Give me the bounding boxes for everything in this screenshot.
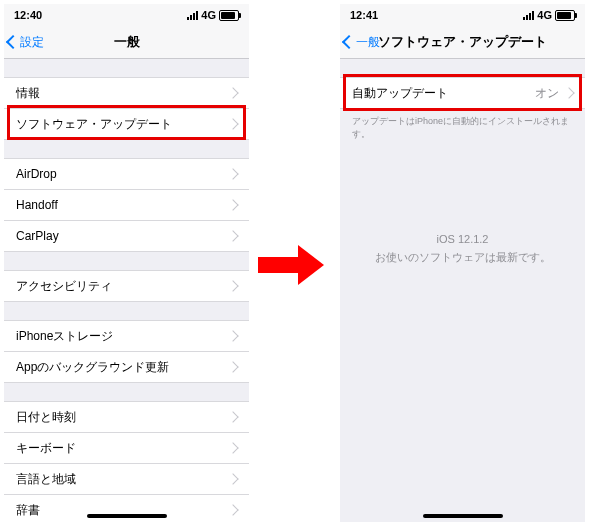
chevron-right-icon	[227, 473, 238, 484]
chevron-right-icon	[227, 87, 238, 98]
row-label: Handoff	[16, 198, 229, 212]
row-label: Appのバックグラウンド更新	[16, 359, 229, 376]
nav-bar: 設定 一般	[4, 26, 249, 59]
chevron-right-icon	[227, 118, 238, 129]
page-title: 一般	[114, 33, 140, 51]
group-about: 情報 ソフトウェア・アップデート	[4, 77, 249, 140]
back-button[interactable]: 一般	[344, 26, 380, 58]
signal-icon	[523, 11, 534, 20]
group-connectivity: AirDrop Handoff CarPlay	[4, 158, 249, 252]
row-label: CarPlay	[16, 229, 229, 243]
chevron-right-icon	[563, 87, 574, 98]
row-auto-update[interactable]: 自動アップデート オン	[340, 77, 585, 109]
battery-icon	[555, 10, 575, 21]
group-auto-update: 自動アップデート オン	[340, 77, 585, 109]
chevron-left-icon	[342, 35, 356, 49]
status-right: 4G	[187, 9, 239, 21]
status-bar: 12:41 4G	[340, 4, 585, 26]
chevron-right-icon	[227, 199, 238, 210]
row-handoff[interactable]: Handoff	[4, 189, 249, 220]
group-storage: iPhoneストレージ Appのバックグラウンド更新	[4, 320, 249, 383]
status-message: iOS 12.1.2 お使いのソフトウェアは最新です。	[340, 231, 585, 266]
battery-icon	[219, 10, 239, 21]
row-software-update[interactable]: ソフトウェア・アップデート	[4, 108, 249, 140]
row-label: 自動アップデート	[352, 85, 535, 102]
status-network: 4G	[537, 9, 552, 21]
phone-general-settings: 12:40 4G 設定 一般 情報 ソフトウェア・アップデート	[4, 4, 249, 522]
row-label: iPhoneストレージ	[16, 328, 229, 345]
back-label: 設定	[20, 34, 44, 51]
home-indicator	[87, 514, 167, 518]
page-title: ソフトウェア・アップデート	[378, 33, 547, 51]
row-airdrop[interactable]: AirDrop	[4, 158, 249, 189]
status-bar: 12:40 4G	[4, 4, 249, 26]
group-locale: 日付と時刻 キーボード 言語と地域 辞書	[4, 401, 249, 522]
row-date-time[interactable]: 日付と時刻	[4, 401, 249, 432]
row-label: 情報	[16, 85, 229, 102]
row-accessibility[interactable]: アクセシビリティ	[4, 270, 249, 302]
chevron-left-icon	[6, 35, 20, 49]
row-label: ソフトウェア・アップデート	[16, 116, 229, 133]
chevron-right-icon	[227, 361, 238, 372]
group-footnote: アップデートはiPhoneに自動的にインストールされます。	[340, 109, 585, 141]
status-text: お使いのソフトウェアは最新です。	[340, 249, 585, 267]
chevron-right-icon	[227, 442, 238, 453]
chevron-right-icon	[227, 168, 238, 179]
chevron-right-icon	[227, 504, 238, 515]
ios-version: iOS 12.1.2	[340, 231, 585, 249]
row-language-region[interactable]: 言語と地域	[4, 463, 249, 494]
row-about[interactable]: 情報	[4, 77, 249, 108]
arrow-icon	[258, 245, 328, 285]
back-label: 一般	[356, 34, 380, 51]
row-label: AirDrop	[16, 167, 229, 181]
row-background-app-refresh[interactable]: Appのバックグラウンド更新	[4, 351, 249, 383]
chevron-right-icon	[227, 330, 238, 341]
status-right: 4G	[523, 9, 575, 21]
group-accessibility: アクセシビリティ	[4, 270, 249, 302]
phone-software-update: 12:41 4G 一般 ソフトウェア・アップデート 自動アップデート オン アッ…	[340, 4, 585, 522]
row-label: キーボード	[16, 440, 229, 457]
row-iphone-storage[interactable]: iPhoneストレージ	[4, 320, 249, 351]
row-carplay[interactable]: CarPlay	[4, 220, 249, 252]
row-label: アクセシビリティ	[16, 278, 229, 295]
row-value: オン	[535, 85, 559, 102]
chevron-right-icon	[227, 230, 238, 241]
home-indicator	[423, 514, 503, 518]
row-label: 日付と時刻	[16, 409, 229, 426]
back-button[interactable]: 設定	[8, 26, 44, 58]
row-keyboard[interactable]: キーボード	[4, 432, 249, 463]
status-network: 4G	[201, 9, 216, 21]
row-label: 言語と地域	[16, 471, 229, 488]
status-time: 12:40	[14, 9, 42, 21]
signal-icon	[187, 11, 198, 20]
nav-bar: 一般 ソフトウェア・アップデート	[340, 26, 585, 59]
chevron-right-icon	[227, 280, 238, 291]
chevron-right-icon	[227, 411, 238, 422]
status-time: 12:41	[350, 9, 378, 21]
